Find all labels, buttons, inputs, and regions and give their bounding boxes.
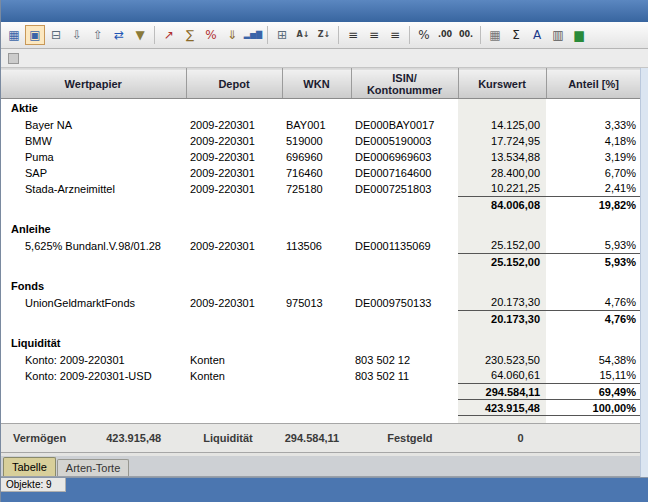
zoom-chart-icon[interactable]: ▣ [25,25,45,45]
cell-depot: Konten [186,352,282,368]
table-row[interactable]: SAP2009-220301716460DE000716460028.400,0… [1,165,641,181]
cell-depot [186,311,282,327]
align-right-icon[interactable]: ≡ [385,25,405,45]
chart-column-icon[interactable]: ▥ [548,25,568,45]
cell-wertpapier [1,197,186,213]
import-up-icon[interactable]: ⇧ [88,25,108,45]
column-header[interactable]: Anteil [%] [546,69,641,99]
cell-kurswert: 13.534,88 [458,149,546,165]
tab-tabelle[interactable]: Tabelle [3,457,56,476]
chart-arrow-icon[interactable]: ↗ [159,25,179,45]
font-icon[interactable]: A [527,25,547,45]
table-row[interactable]: Konto: 2009-220301Konten803 502 12230.52… [1,352,641,368]
bar-chart-icon[interactable]: ▂▅▇ [243,25,263,45]
cell-anteil: 3,33% [546,117,641,133]
cell-depot: Konten [186,368,282,384]
cell-wertpapier: Stada-Arzneimittel [1,181,186,197]
sort-asc-icon[interactable]: A↓ [293,25,313,45]
column-header[interactable]: Wertpapier [1,69,186,99]
cell-kurswert: 10.221,25 [458,181,546,197]
table-row[interactable]: Konto: 2009-220301-USDKonten803 502 1164… [1,368,641,384]
cell-depot: 2009-220301 [186,149,282,165]
cell-kurswert: 17.724,95 [458,133,546,149]
cell-wertpapier: Konto: 2009-220301-USD [1,368,186,384]
cell-anteil: 4,76% [546,311,641,327]
table-row[interactable]: BMW2009-220301519000DE000519000317.724,9… [1,133,641,149]
spacer-row [1,213,641,220]
cell-wkn [282,254,351,270]
cell-wkn [282,384,351,400]
add-decimal-icon[interactable]: .00 [435,25,455,45]
table-row[interactable]: Stada-Arzneimittel2009-220301725180DE000… [1,181,641,197]
spacer-row [1,327,641,334]
cell-depot [186,197,282,213]
panel-toggle-button[interactable] [8,53,19,64]
table-header-row: WertpapierDepotWKNISIN/ KontonummerKursw… [1,69,641,99]
table-row[interactable]: Puma2009-220301696960DE000696960313.534,… [1,149,641,165]
table-edit-icon[interactable]: ▦ [485,25,505,45]
cell-depot: 2009-220301 [186,117,282,133]
cell-wkn [282,197,351,213]
cell-wertpapier [1,311,186,327]
cell-depot [186,400,282,416]
summary-label: Liquidität [203,432,253,444]
column-header[interactable]: Depot [186,69,282,99]
percent-down-icon[interactable]: % [201,25,221,45]
sort-desc-icon[interactable]: Z↓ [314,25,334,45]
cell-isin: DE0006969603 [351,149,458,165]
align-center-icon[interactable]: ≡ [364,25,384,45]
analysis-table: WertpapierDepotWKNISIN/ KontonummerKursw… [1,68,642,416]
percent-format-icon[interactable]: % [414,25,434,45]
column-header[interactable]: WKN [282,69,351,99]
export-down-icon[interactable]: ⇩ [67,25,87,45]
cell-isin: DE0007164600 [351,165,458,181]
cell-anteil: 6,70% [546,165,641,181]
sum-icon[interactable]: Σ [506,25,526,45]
align-left-icon[interactable]: ≡ [343,25,363,45]
cell-anteil: 5,93% [546,254,641,270]
cell-depot: 2009-220301 [186,181,282,197]
cell-kurswert: 14.125,00 [458,117,546,133]
cell-isin [351,400,458,416]
table-row[interactable]: UnionGeldmarktFonds2009-220301975013DE00… [1,295,641,311]
section-row: Liquidität [1,334,641,352]
cell-kurswert: 25.152,00 [458,254,546,270]
cell-anteil: 3,19% [546,149,641,165]
chart-color-icon[interactable]: ▆ [569,25,589,45]
cell-wkn: 113506 [282,238,351,254]
zoom-out-icon[interactable]: ⊟ [46,25,66,45]
filter-edit-icon[interactable]: ▼ [130,25,150,45]
table-underline-icon[interactable]: ▦ [4,25,24,45]
summary-label: Vermögen [13,432,66,444]
cell-kurswert: 25.152,00 [458,238,546,254]
cell-depot: 2009-220301 [186,165,282,181]
cell-wertpapier: BMW [1,133,186,149]
remove-decimal-icon[interactable]: 00. [456,25,476,45]
cell-isin: 803 502 12 [351,352,458,368]
section-row: Fonds [1,277,641,295]
section-label: Liquidität [1,334,641,352]
toolbar-separator [409,26,410,44]
tab-arten-torte[interactable]: Arten-Torte [57,459,129,476]
cell-kurswert: 20.173,30 [458,295,546,311]
section-label: Anleihe [1,220,641,238]
column-header[interactable]: Kurswert [458,69,546,99]
cell-anteil: 2,41% [546,181,641,197]
title-bar: Artenanalyse: 09.05.2016 in EUR / Inhabe… [1,0,648,22]
cell-wkn: 725180 [282,181,351,197]
sum-column-icon[interactable]: ∑ [180,25,200,45]
cell-anteil: 4,76% [546,295,641,311]
refresh-icon[interactable]: ⇄ [109,25,129,45]
table-panel: WertpapierDepotWKNISIN/ KontonummerKursw… [1,68,648,423]
column-header[interactable]: ISIN/ Kontonummer [351,69,458,99]
cell-wkn: 696960 [282,149,351,165]
toolbar: ▦▣⊟⇩⇧⇄▼↗∑%⇓▂▅▇⊞A↓Z↓≡≡≡%.0000.▦ΣA▥▆ [1,22,648,49]
cell-wkn: 975013 [282,295,351,311]
table-row[interactable]: 5,625% Bundanl.V.98/01.282009-2203011135… [1,238,641,254]
section-row: Aktie [1,99,641,117]
grid-values-icon[interactable]: ⊞ [272,25,292,45]
cell-kurswert: 230.523,50 [458,352,546,368]
cell-wertpapier [1,400,186,416]
table-row[interactable]: Bayer NA2009-220301BAY001DE000BAY001714.… [1,117,641,133]
underline-export-icon[interactable]: ⇓ [222,25,242,45]
